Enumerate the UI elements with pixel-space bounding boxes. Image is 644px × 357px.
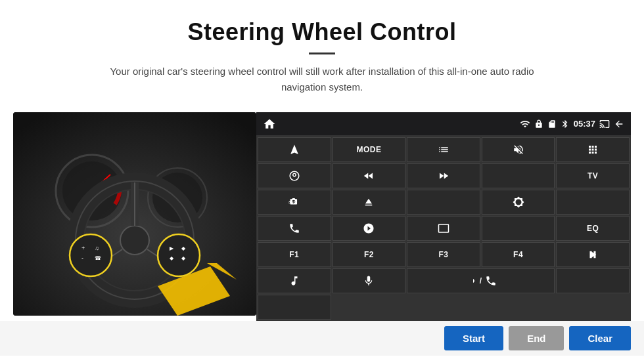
f5-btn[interactable]: F4 (482, 242, 555, 267)
button-grid: MODE (256, 136, 631, 321)
bluetooth-icon (561, 119, 570, 129)
svg-point-21 (158, 234, 200, 276)
tv-btn[interactable] (482, 163, 555, 188)
car-image: + ♫ - ☎ ▶ ◆ ◆ ◆ (13, 112, 256, 316)
svg-text:-: - (81, 255, 83, 261)
svg-point-9 (120, 226, 149, 255)
header-section: Steering Wheel Control Your original car… (0, 0, 644, 102)
subtitle-text: Your original car's steering wheel contr… (92, 64, 552, 95)
eq-btn[interactable] (482, 216, 555, 241)
wifi-icon (520, 119, 530, 129)
clear-button[interactable]: Clear (569, 326, 631, 350)
home-icon (263, 117, 276, 131)
svg-text:◆: ◆ (181, 255, 186, 261)
status-bar: 05:37 (256, 112, 631, 136)
page-wrapper: Steering Wheel Control Your original car… (0, 0, 644, 357)
title-divider (309, 52, 335, 54)
empty-cell-1 (556, 268, 630, 293)
eject-btn[interactable] (333, 190, 406, 215)
f2-btn[interactable]: F1 (258, 242, 331, 267)
list-btn[interactable] (407, 137, 480, 162)
control-panel: 05:37 MODE (256, 112, 631, 321)
music-btn[interactable] (258, 268, 331, 293)
f4-btn[interactable]: F3 (407, 242, 480, 267)
forward-btn[interactable] (407, 163, 480, 188)
f3-btn[interactable]: F2 (333, 242, 406, 267)
start-button[interactable]: Start (444, 326, 503, 350)
svg-text:☎: ☎ (95, 255, 101, 261)
screen-btn[interactable] (407, 216, 480, 241)
brightness-btn[interactable] (482, 190, 555, 215)
swirl-btn[interactable] (333, 216, 406, 241)
cam360-btn[interactable]: 360 (258, 190, 331, 215)
settings-btn[interactable] (258, 163, 331, 188)
vol-call-btn[interactable]: / (407, 268, 555, 293)
status-right: 05:37 (520, 119, 624, 129)
empty-cell-2 (258, 295, 331, 320)
mic-btn[interactable] (333, 268, 406, 293)
cast-icon (599, 119, 610, 129)
sd-card-icon (547, 119, 557, 129)
mode-btn[interactable]: MODE (333, 137, 406, 162)
bottom-bar: Start End Clear (0, 321, 644, 356)
media-btn[interactable]: TV (556, 163, 630, 188)
rewind-btn[interactable] (333, 163, 406, 188)
svg-text:▶: ▶ (170, 245, 174, 251)
radio-btn[interactable] (407, 190, 480, 215)
f1-btn[interactable]: EQ (556, 216, 630, 241)
mute-btn[interactable] (482, 137, 555, 162)
content-area: + ♫ - ☎ ▶ ◆ ◆ ◆ (0, 112, 644, 321)
status-left (263, 117, 276, 131)
navigate-btn[interactable] (258, 137, 331, 162)
svg-text:+: + (81, 245, 85, 251)
playpause-btn[interactable] (556, 242, 630, 267)
lock-icon (534, 119, 543, 129)
svg-text:◆: ◆ (181, 245, 186, 251)
svg-text:◆: ◆ (170, 255, 174, 261)
end-button[interactable]: End (509, 326, 564, 350)
svg-point-16 (70, 234, 112, 276)
dvd-btn[interactable] (556, 190, 630, 215)
back-icon (614, 119, 624, 129)
phone-btn[interactable] (258, 216, 331, 241)
page-title: Steering Wheel Control (13, 18, 631, 46)
svg-text:♫: ♫ (95, 245, 99, 251)
apps-btn[interactable] (556, 137, 630, 162)
status-time: 05:37 (574, 119, 595, 129)
